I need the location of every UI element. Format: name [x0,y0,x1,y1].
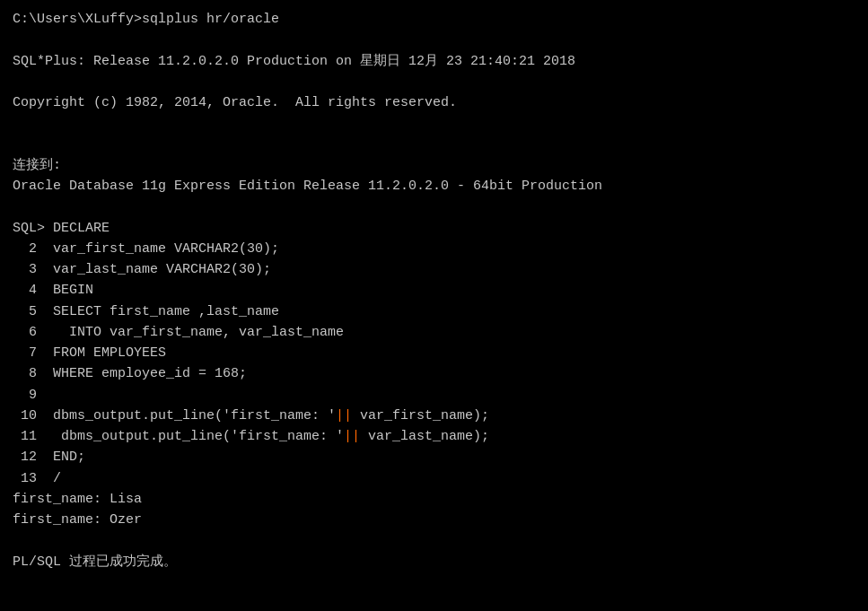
blank-line-2 [13,72,855,92]
output-firstname: first_name: Lisa [13,489,855,510]
code-line-9: 9 [13,385,855,406]
code-line-13: 13 / [13,468,855,489]
blank-line-6 [13,530,855,551]
blank-line-5 [13,196,855,217]
code-line-4: 4 BEGIN [13,280,855,301]
code-line-7: 7 FROM EMPLOYEES [13,343,855,363]
code-line-2: 2 var_first_name VARCHAR2(30); [13,239,855,259]
code-line-12: 12 END; [13,447,855,467]
copyright-line: Copyright (c) 1982, 2014, Oracle. All ri… [13,92,855,113]
sql-declare-line: SQL> DECLARE [13,218,855,239]
terminal-window: C:\Users\XLuffy>sqlplus hr/oracle SQL*Pl… [13,9,855,611]
command-line: C:\Users\XLuffy>sqlplus hr/oracle [13,9,855,30]
code-line-5: 5 SELECT first_name ,last_name [13,301,855,322]
code-line-11: 11 dbms_output.put_line('first_name: '||… [13,426,855,447]
plsql-success: PL/SQL 过程已成功完成。 [13,552,855,572]
blank-line-4 [13,135,855,155]
code-line-3: 3 var_last_name VARCHAR2(30); [13,259,855,280]
output-lastname: first_name: Ozer [13,510,855,530]
db-info-line: Oracle Database 11g Express Edition Rele… [13,176,855,196]
code-line-10: 10 dbms_output.put_line('first_name: '||… [13,406,855,426]
blank-line-3 [13,113,855,134]
code-line-8: 8 WHERE employee_id = 168; [13,363,855,384]
connected-label: 连接到: [13,155,855,176]
blank-line-1 [13,30,855,50]
code-line-6: 6 INTO var_first_name, var_last_name [13,322,855,343]
version-line: SQL*Plus: Release 11.2.0.2.0 Production … [13,51,855,72]
